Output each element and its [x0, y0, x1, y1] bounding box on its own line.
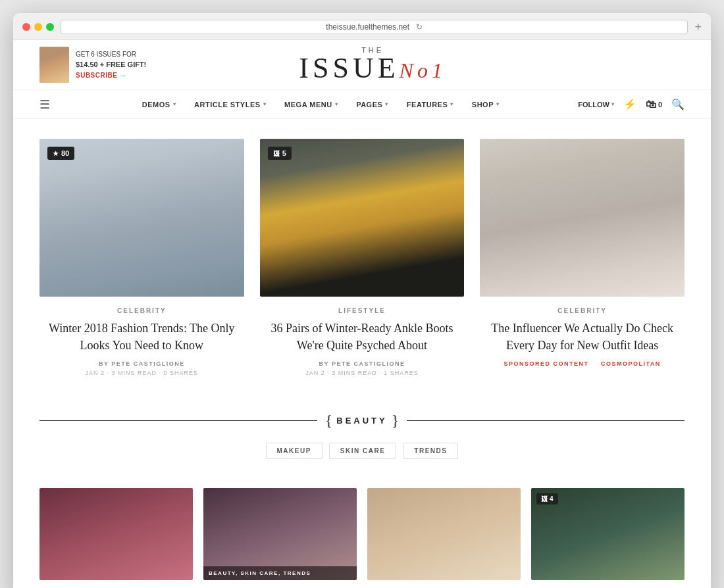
search-icon[interactable]: 🔍	[671, 98, 685, 110]
article-info-1: JAN 2 · 3 MINS READ · 0 SHARES	[45, 370, 239, 376]
article-tag-sponsored[interactable]: SPONSORED CONTENT	[504, 360, 588, 367]
beauty-section: { BEAUTY } MAKEUP SKIN CARE TRENDS	[13, 392, 711, 488]
brace-close: }	[392, 412, 400, 429]
article-shares-1: 0 SHARES	[164, 370, 199, 376]
traffic-lights	[22, 23, 54, 31]
article-author-1: BY PETE CASTIGLIONE	[45, 360, 239, 367]
article-meta-1: CELEBRITY Winter 2018 Fashion Trends: Th…	[39, 297, 244, 379]
section-subtabs: MAKEUP SKIN CARE TRENDS	[39, 443, 685, 459]
cart-count: 0	[658, 101, 662, 109]
section-title-wrap: { BEAUTY }	[317, 412, 407, 429]
bottom-cards-grid: BEAUTY, SKIN CARE, TRENDS 🖼 4	[13, 488, 711, 588]
promo-image	[39, 47, 69, 83]
subtab-trends[interactable]: TRENDS	[403, 443, 458, 459]
nav-label-mega-menu: MEGA MENU	[284, 101, 332, 109]
subtab-skincare[interactable]: SKIN CARE	[329, 443, 397, 459]
nav-label-demos: DEMOS	[142, 101, 170, 109]
bottom-card-label-2: BEAUTY, SKIN CARE, TRENDS	[203, 566, 357, 580]
promo-banner[interactable]: GET 6 ISSUES FOR $14.50 + FREE GIFT! SUB…	[39, 47, 146, 83]
nav-label-pages: PAGES	[356, 101, 382, 109]
nav-item-article-styles[interactable]: ARTICLE STYLES ▾	[185, 90, 275, 119]
nav-item-mega-menu[interactable]: MEGA MENU ▾	[275, 90, 347, 119]
article-badge-1: ★ 80	[47, 147, 74, 160]
maximize-button[interactable]	[46, 23, 54, 31]
article-category-2: LIFESTYLE	[265, 307, 459, 314]
article-title-2: 36 Pairs of Winter-Ready Ankle Boots We'…	[265, 320, 459, 354]
nav-links: DEMOS ▾ ARTICLE STYLES ▾ MEGA MENU ▾ PAG…	[63, 90, 578, 119]
bottom-card-1[interactable]	[39, 488, 193, 580]
url-text: theissue.fuelthemes.net	[326, 22, 409, 32]
new-tab-button[interactable]: +	[694, 20, 702, 34]
articles-section: ★ 80 CELEBRITY Winter 2018 Fashion Trend…	[13, 119, 711, 392]
promo-issues-label: GET 6 ISSUES FOR	[76, 49, 146, 59]
badge-count-2: 5	[282, 149, 286, 157]
section-header-beauty: { BEAUTY }	[39, 412, 685, 429]
nav-item-features[interactable]: FEATURES ▾	[398, 90, 463, 119]
chevron-down-icon: ▾	[385, 101, 388, 107]
article-badge-2: 🖼 5	[268, 147, 292, 160]
nav-follow[interactable]: FOLLOW ▾	[578, 101, 614, 109]
article-author-2: BY PETE CASTIGLIONE	[265, 360, 459, 367]
top-bar: GET 6 ISSUES FOR $14.50 + FREE GIFT! SUB…	[13, 40, 711, 90]
nav-label-shop: SHOP	[472, 101, 494, 109]
main-nav: ☰ DEMOS ▾ ARTICLE STYLES ▾ MEGA MENU ▾ P…	[13, 90, 711, 119]
article-meta-2: LIFESTYLE 36 Pairs of Winter-Ready Ankle…	[260, 297, 465, 379]
logo-issue-text: ISSUE	[299, 52, 399, 84]
chevron-down-icon: ▾	[450, 101, 453, 107]
article-read-time-1: 3 MINS READ	[112, 370, 157, 376]
logo-main: ISSUENo1	[299, 52, 446, 84]
nav-item-shop[interactable]: SHOP ▾	[463, 90, 509, 119]
section-title-beauty: BEAUTY	[336, 416, 387, 426]
follow-label: FOLLOW	[578, 101, 609, 109]
bolt-icon[interactable]: ⚡	[623, 98, 636, 110]
hamburger-menu[interactable]: ☰	[39, 97, 50, 112]
subscribe-link[interactable]: SUBSCRIBE →	[76, 72, 126, 79]
section-line-left	[39, 420, 317, 421]
chevron-down-icon: ▾	[335, 101, 338, 107]
article-read-time-2: 3 MINS READ	[332, 370, 377, 376]
article-shares-2: 1 SHARES	[384, 370, 419, 376]
bottom-card-3[interactable]	[367, 488, 521, 580]
nav-item-demos[interactable]: DEMOS ▾	[133, 90, 185, 119]
address-bar[interactable]: theissue.fuelthemes.net ↻	[61, 20, 688, 34]
nav-right: FOLLOW ▾ ⚡ 🛍 0 🔍	[578, 98, 685, 110]
article-tag-cosmo[interactable]: COSMOPOLITAN	[601, 360, 661, 367]
badge-count-1: 80	[61, 149, 69, 157]
close-button[interactable]	[22, 23, 30, 31]
article-card-2[interactable]: 🖼 5 LIFESTYLE 36 Pairs of Winter-Ready A…	[260, 139, 465, 379]
article-tags-3: SPONSORED CONTENT · COSMOPOLITAN	[485, 360, 679, 367]
bottom-badge-count-4: 4	[550, 495, 554, 502]
nav-item-pages[interactable]: PAGES ▾	[347, 90, 398, 119]
chevron-down-icon: ▾	[263, 101, 267, 107]
bottom-card-4[interactable]: 🖼 4	[531, 488, 685, 580]
article-image-3	[480, 139, 685, 297]
article-date-2: JAN 2	[305, 370, 325, 376]
chevron-down-icon: ▾	[173, 101, 176, 107]
article-card-3[interactable]: CELEBRITY The Influencer We Actually Do …	[480, 139, 685, 379]
image-icon: 🖼	[273, 150, 280, 157]
promo-price: $14.50 + FREE GIFT!	[76, 61, 146, 68]
browser-window: theissue.fuelthemes.net ↻ + GET 6 ISSUES…	[13, 13, 711, 588]
article-date-1: JAN 2	[86, 370, 105, 376]
image-icon: 🖼	[541, 495, 548, 502]
reload-button[interactable]: ↻	[416, 22, 423, 32]
article-meta-3: CELEBRITY The Influencer We Actually Do …	[480, 297, 685, 370]
article-card-1[interactable]: ★ 80 CELEBRITY Winter 2018 Fashion Trend…	[39, 139, 244, 379]
article-title-3: The Influencer We Actually Do Check Ever…	[485, 320, 679, 354]
cart-button[interactable]: 🛍 0	[646, 99, 662, 110]
logo-accent: No1	[400, 59, 446, 82]
article-info-2: JAN 2 · 3 MINS READ · 1 SHARES	[265, 370, 459, 376]
promo-text: GET 6 ISSUES FOR $14.50 + FREE GIFT! SUB…	[76, 49, 146, 80]
article-image-2: 🖼 5	[260, 139, 465, 297]
bottom-card-2[interactable]: BEAUTY, SKIN CARE, TRENDS	[203, 488, 357, 580]
brace-open: {	[325, 412, 333, 429]
minimize-button[interactable]	[34, 23, 42, 31]
browser-chrome: theissue.fuelthemes.net ↻ +	[13, 13, 711, 40]
article-title-1: Winter 2018 Fashion Trends: The Only Loo…	[45, 320, 239, 354]
article-image-1: ★ 80	[39, 139, 244, 297]
chevron-down-icon: ▾	[611, 101, 614, 107]
site-logo[interactable]: THE ISSUENo1	[146, 47, 599, 83]
article-category-3: CELEBRITY	[485, 307, 679, 314]
article-category-1: CELEBRITY	[45, 307, 239, 314]
subtab-makeup[interactable]: MAKEUP	[266, 443, 323, 459]
